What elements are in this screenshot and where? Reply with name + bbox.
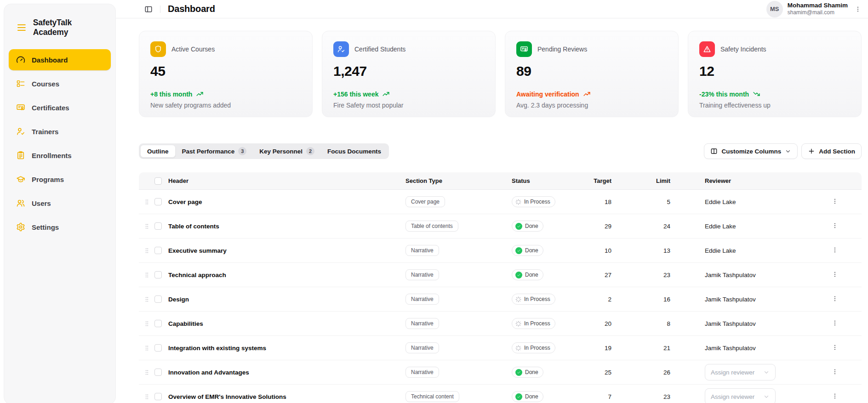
row-menu-button[interactable]: [828, 220, 841, 233]
hamburger-menu-icon[interactable]: [16, 22, 27, 33]
row-menu-button[interactable]: [828, 317, 841, 330]
customize-columns-button[interactable]: Customize Columns: [704, 143, 798, 159]
row-limit-cell[interactable]: 23: [611, 272, 670, 278]
status-badge: Done: [512, 221, 543, 232]
row-header-cell[interactable]: Innovation and Advantages: [168, 369, 405, 376]
row-limit-cell[interactable]: 8: [611, 320, 670, 327]
row-checkbox[interactable]: [154, 295, 162, 303]
sidebar-item-programs[interactable]: Programs: [9, 169, 111, 190]
drag-handle-icon[interactable]: [143, 296, 150, 303]
row-header-cell[interactable]: Cover page: [168, 199, 405, 205]
sidebar-item-users[interactable]: Users: [9, 193, 111, 214]
sidebar-item-label: Dashboard: [32, 56, 68, 64]
drag-handle-icon[interactable]: [143, 247, 150, 254]
row-menu-button[interactable]: [828, 366, 841, 379]
row-checkbox[interactable]: [154, 320, 162, 327]
reviewer-name: Eddie Lake: [705, 247, 736, 254]
tab-badge: 2: [306, 147, 314, 155]
status-badge: In Process: [512, 294, 555, 305]
tab-key-personnel[interactable]: Key Personnel 2: [253, 145, 321, 158]
assign-reviewer-dropdown[interactable]: Assign reviewer: [705, 364, 776, 380]
user-check-icon: [16, 127, 25, 136]
drag-handle-icon[interactable]: [143, 320, 150, 327]
row-header-cell[interactable]: Integration with existing systems: [168, 345, 405, 352]
sidebar-toggle-icon[interactable]: [144, 5, 153, 13]
row-header-cell[interactable]: Executive summary: [168, 247, 405, 254]
column-header-header: Header: [168, 177, 405, 184]
row-checkbox[interactable]: [154, 344, 162, 352]
stat-card-top: Active Courses: [150, 41, 301, 57]
drag-handle-icon[interactable]: [143, 345, 150, 352]
stat-label: Safety Incidents: [720, 45, 766, 53]
add-section-button[interactable]: Add Section: [801, 143, 862, 159]
sidebar-item-certificates[interactable]: Certificates: [9, 97, 111, 118]
row-checkbox[interactable]: [154, 393, 162, 400]
status-label: Done: [525, 272, 538, 278]
stats-grid: Active Courses 45 +8 this month New safe…: [139, 31, 862, 117]
row-target-cell[interactable]: 20: [570, 320, 611, 327]
row-limit-cell[interactable]: 26: [611, 369, 670, 376]
assign-reviewer-dropdown[interactable]: Assign reviewer: [705, 388, 776, 403]
row-target-cell[interactable]: 25: [570, 369, 611, 376]
row-target-cell[interactable]: 10: [570, 247, 611, 254]
status-label: In Process: [524, 199, 550, 205]
drag-handle-icon[interactable]: [143, 369, 150, 376]
row-target-cell[interactable]: 7: [570, 393, 611, 400]
row-target-cell[interactable]: 27: [570, 272, 611, 278]
row-limit-cell[interactable]: 21: [611, 345, 670, 352]
select-all-checkbox[interactable]: [154, 177, 162, 185]
user-menu[interactable]: MS Mohammad Shamim shamim@mail.com: [766, 1, 862, 17]
status-badge: Done: [512, 391, 543, 402]
tab-label: Outline: [147, 148, 169, 155]
row-checkbox[interactable]: [154, 222, 162, 230]
check-circle-icon: [515, 272, 522, 278]
row-header-cell[interactable]: Table of contents: [168, 223, 405, 230]
row-status-cell: In Process: [512, 294, 570, 305]
row-checkbox[interactable]: [154, 369, 162, 376]
sidebar-item-settings[interactable]: Settings: [9, 216, 111, 238]
trend-down-icon: [753, 90, 760, 98]
row-menu-button[interactable]: [828, 293, 841, 306]
row-header-cell[interactable]: Capabilities: [168, 320, 405, 327]
drag-handle-icon[interactable]: [143, 199, 150, 205]
section-type-pill: Narrative: [405, 245, 439, 256]
drag-handle-icon[interactable]: [143, 272, 150, 278]
row-target-cell[interactable]: 2: [570, 296, 611, 303]
row-header-cell[interactable]: Design: [168, 296, 405, 303]
row-checkbox[interactable]: [154, 247, 162, 254]
tab-focus-documents[interactable]: Focus Documents: [321, 145, 388, 158]
row-checkbox[interactable]: [154, 271, 162, 278]
row-limit-cell[interactable]: 16: [611, 296, 670, 303]
drag-handle-icon[interactable]: [143, 223, 150, 230]
sidebar-item-label: Courses: [32, 80, 59, 88]
row-header-cell[interactable]: Technical approach: [168, 272, 405, 278]
table-row-innovation-and-advantages: Innovation and Advantages Narrative Done…: [139, 360, 862, 385]
status-label: In Process: [524, 345, 550, 351]
row-menu-button[interactable]: [828, 244, 841, 257]
row-target-cell[interactable]: 18: [570, 199, 611, 205]
stat-card-certified-students: Certified Students 1,247 +156 this week …: [322, 31, 496, 117]
row-menu-button[interactable]: [828, 390, 841, 403]
sidebar-item-courses[interactable]: Courses: [9, 73, 111, 94]
user-kebab-icon[interactable]: [854, 6, 862, 13]
row-menu-button[interactable]: [828, 268, 841, 281]
row-limit-cell[interactable]: 24: [611, 223, 670, 230]
sidebar-item-dashboard[interactable]: Dashboard: [9, 49, 111, 70]
sidebar-item-enrollments[interactable]: Enrollments: [9, 145, 111, 166]
row-limit-cell[interactable]: 5: [611, 199, 670, 205]
row-header-cell[interactable]: Overview of EMR's Innovative Solutions: [168, 393, 405, 400]
tab-outline[interactable]: Outline: [140, 145, 176, 158]
row-target-cell[interactable]: 19: [570, 345, 611, 352]
sidebar-item-trainers[interactable]: Trainers: [9, 121, 111, 142]
row-checkbox[interactable]: [154, 198, 162, 205]
avatar: MS: [766, 1, 783, 17]
row-menu-button[interactable]: [828, 195, 841, 208]
table-row-cover-page: Cover page Cover page In Process 18 5 Ed…: [139, 190, 862, 214]
tab-past-performance[interactable]: Past Performance 3: [176, 145, 253, 158]
row-target-cell[interactable]: 29: [570, 223, 611, 230]
drag-handle-icon[interactable]: [143, 393, 150, 400]
tabs-bar: Outline Past Performance 3 Key Personnel…: [139, 143, 389, 159]
row-menu-button[interactable]: [828, 341, 841, 354]
row-limit-cell[interactable]: 13: [611, 247, 670, 254]
row-limit-cell[interactable]: 23: [611, 393, 670, 400]
